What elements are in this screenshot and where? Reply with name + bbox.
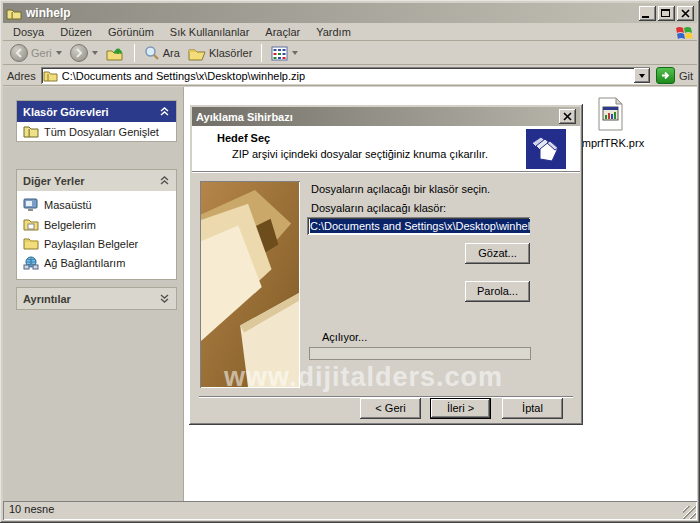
chevron-up-icon[interactable]: [159, 107, 170, 116]
address-dropdown-button[interactable]: [634, 68, 650, 83]
search-button[interactable]: Ara: [141, 44, 183, 62]
sidebar-item-my-documents[interactable]: Belgelerim: [17, 215, 176, 234]
go-icon: [660, 70, 671, 81]
folder-tasks-header[interactable]: Klasör Görevleri: [17, 101, 176, 122]
folders-label: Klasörler: [209, 47, 252, 59]
status-bar: 10 nesne: [3, 501, 697, 520]
status-text: 10 nesne: [3, 501, 697, 520]
other-places-panel: Diğer Yerler Masaüstü Belgelerim Paylaşı…: [16, 169, 177, 280]
select-folder-text: Dosyaların açılacağı bir klasör seçin.: [311, 183, 490, 195]
other-places-header[interactable]: Diğer Yerler: [17, 170, 176, 191]
sidebar-item-desktop[interactable]: Masaüstü: [17, 195, 176, 215]
explorer-window: winhelp Dosya Düzen Görünüm Sık Kullanıl…: [0, 0, 700, 523]
folders-button[interactable]: Klasörler: [185, 45, 255, 62]
folder-field-label: Dosyaların açılacağı klasör:: [311, 202, 446, 214]
window-title: winhelp: [26, 6, 637, 20]
folder-tasks-panel: Klasör Görevleri Tüm Dosyaları Genişlet: [16, 100, 177, 142]
minimize-icon: [642, 16, 649, 18]
wizard-back-button[interactable]: < Geri: [360, 398, 421, 419]
go-label[interactable]: Git: [679, 70, 693, 82]
chevron-up-icon[interactable]: [159, 176, 170, 185]
forward-icon: [70, 44, 88, 62]
extraction-wizard-dialog: Ayıklama Sihirbazı Hedef Seç ZIP arşivi …: [189, 104, 583, 425]
progress-label: Açılıyor...: [322, 331, 367, 343]
sidebar-item-network[interactable]: Ağ Bağlantılarım: [17, 253, 176, 273]
browse-button[interactable]: Gözat...: [465, 243, 530, 264]
dialog-title-bar[interactable]: Ayıklama Sihirbazı: [192, 107, 580, 126]
dialog-title: Ayıklama Sihirbazı: [196, 111, 557, 123]
my-documents-icon: [23, 218, 39, 231]
details-panel: Ayrıntılar: [16, 287, 177, 310]
go-button[interactable]: [656, 67, 675, 84]
resize-grip-icon[interactable]: [683, 506, 696, 519]
up-button[interactable]: [103, 44, 128, 63]
maximize-button[interactable]: [658, 6, 675, 21]
back-dropdown-icon[interactable]: [56, 51, 62, 55]
close-button[interactable]: [677, 6, 694, 21]
toolbar-separator: [134, 44, 135, 62]
menu-duzen[interactable]: Düzen: [52, 24, 100, 40]
maximize-icon: [661, 9, 670, 17]
search-label: Ara: [163, 47, 180, 59]
forward-button[interactable]: [67, 43, 101, 63]
sidebar: Klasör Görevleri Tüm Dosyaları Genişlet …: [3, 87, 184, 501]
close-icon: [677, 6, 694, 21]
wizard-next-button[interactable]: İleri >: [430, 398, 491, 419]
details-title: Ayrıntılar: [23, 293, 71, 305]
address-label: Adres: [7, 70, 36, 82]
back-icon: [10, 44, 28, 62]
back-label: Geri: [31, 47, 52, 59]
search-icon: [144, 45, 160, 61]
menu-bar: Dosya Düzen Görünüm Sık Kullanılanlar Ar…: [3, 23, 697, 41]
sidebar-item-label: Masaüstü: [44, 199, 92, 211]
toolbar-separator: [261, 44, 262, 62]
views-icon: [271, 46, 288, 61]
sidebar-item-label: Ağ Bağlantılarım: [44, 257, 125, 269]
menu-dosya[interactable]: Dosya: [5, 24, 52, 40]
address-value[interactable]: C:\Documents and Settings\x\Desktop\winh…: [62, 70, 634, 82]
sidebar-item-label: Paylaşılan Belgeler: [44, 238, 138, 250]
views-dropdown-icon[interactable]: [292, 51, 298, 55]
wizard-cancel-button[interactable]: İptal: [502, 398, 563, 419]
back-button[interactable]: Geri: [7, 43, 65, 63]
windows-logo-icon: [675, 24, 693, 40]
wizard-folders-icon: [526, 129, 566, 169]
shared-documents-icon: [23, 237, 39, 250]
title-bar[interactable]: winhelp: [3, 3, 697, 23]
up-folder-icon: [106, 45, 125, 62]
menu-araclar[interactable]: Araçlar: [257, 24, 308, 40]
chevron-down-icon[interactable]: [159, 294, 170, 303]
dialog-header: Hedef Seç ZIP arşivi içindeki dosyalar s…: [192, 126, 580, 172]
sidebar-item-label: Tüm Dosyaları Genişlet: [44, 126, 159, 138]
forward-dropdown-icon[interactable]: [92, 51, 98, 55]
sidebar-item-label: Belgelerim: [44, 219, 96, 231]
dialog-heading: Hedef Seç: [217, 132, 270, 144]
sidebar-item-extract-all[interactable]: Tüm Dosyaları Genişlet: [17, 122, 176, 141]
details-header[interactable]: Ayrıntılar: [17, 288, 176, 309]
wizard-side-image: [200, 181, 300, 388]
views-button[interactable]: [268, 45, 301, 62]
toolbar: Geri Ara Klasörler: [3, 42, 697, 65]
zip-folder-icon: [6, 7, 22, 20]
address-folder-icon: [43, 70, 58, 82]
password-button[interactable]: Parola...: [465, 281, 530, 302]
minimize-button[interactable]: [639, 6, 656, 21]
network-icon: [23, 256, 39, 270]
dialog-close-button[interactable]: [559, 109, 576, 124]
folder-path-value: C:\Documents and Settings\x\Desktop\winh…: [310, 219, 530, 233]
other-places-title: Diğer Yerler: [23, 175, 85, 187]
close-icon: [559, 109, 576, 124]
menu-gorunum[interactable]: Görünüm: [100, 24, 162, 40]
chevron-down-icon: [639, 74, 645, 78]
file-icon: [592, 97, 626, 131]
dialog-subtitle: ZIP arşivi içindeki dosyalar seçtiğiniz …: [232, 148, 488, 160]
folder-path-input[interactable]: C:\Documents and Settings\x\Desktop\winh…: [307, 217, 530, 235]
progress-bar: [309, 347, 531, 360]
menu-yardim[interactable]: Yardım: [308, 24, 359, 40]
menu-sik-kullanilanlar[interactable]: Sık Kullanılanlar: [162, 24, 258, 40]
address-input[interactable]: C:\Documents and Settings\x\Desktop\winh…: [41, 67, 650, 84]
address-bar: Adres C:\Documents and Settings\x\Deskto…: [3, 66, 697, 86]
folders-icon: [188, 46, 206, 61]
sidebar-item-shared-documents[interactable]: Paylaşılan Belgeler: [17, 234, 176, 253]
zip-folder-icon: [23, 125, 39, 138]
